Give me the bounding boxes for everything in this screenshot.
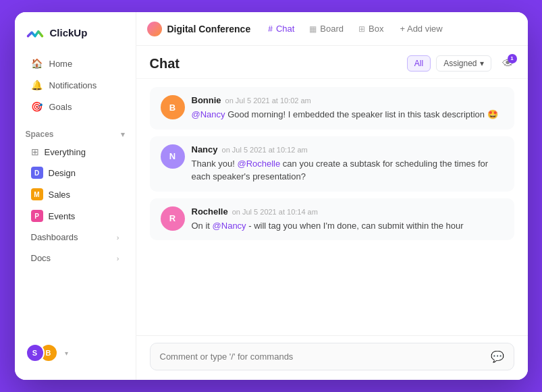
comment-input[interactable] (160, 352, 491, 362)
bell-icon: 🔔 (31, 80, 43, 90)
tab-chat-label: Chat (276, 24, 294, 34)
avatar-s: S (26, 343, 45, 362)
add-view-label: + Add view (400, 24, 442, 34)
topbar: Digital Conference # Chat ▦ Board ⊞ Box … (136, 12, 528, 46)
sidebar-sales-label: Sales (49, 190, 71, 200)
board-icon: ▦ (309, 24, 317, 34)
message-card-2: N Nancy on Jul 5 2021 at 10:12 am Thank … (150, 136, 514, 192)
hash-icon: # (268, 24, 273, 34)
notification-badge: 1 (508, 54, 517, 63)
sidebar-item-notifications-label: Notifications (49, 80, 97, 90)
message-body-3: - will tag you when I'm done, can submit… (248, 221, 463, 231)
message-content-2: Nancy on Jul 5 2021 at 10:12 am Thank yo… (192, 144, 504, 184)
all-filter-button[interactable]: All (407, 55, 431, 72)
docs-label: Docs (31, 253, 51, 263)
message-prefix-3: On it (192, 221, 213, 231)
clickup-logo-icon (26, 23, 45, 42)
messages-area: B Bonnie on Jul 5 2021 at 10:02 am @Nanc… (136, 79, 528, 335)
message-prefix-2: Thank you! (192, 159, 238, 169)
message-header-1: Bonnie on Jul 5 2021 at 10:02 am (192, 95, 504, 105)
design-dot: D (31, 167, 43, 179)
sidebar-item-everything[interactable]: ⊞ Everything (20, 142, 130, 161)
comment-box: 💬 (150, 343, 514, 370)
sidebar-item-sales[interactable]: M Sales (20, 184, 130, 204)
user-chevron-icon: ▾ (65, 349, 68, 357)
message-time-3: on Jul 5 2021 at 10:14 am (232, 208, 318, 216)
sales-dot: M (31, 188, 43, 200)
spaces-chevron-icon: ▾ (121, 130, 125, 139)
user-area[interactable]: S B ▾ (15, 337, 136, 369)
comment-area: 💬 (136, 335, 528, 380)
all-filter-label: All (414, 59, 423, 68)
sidebar-events-label: Events (49, 211, 76, 221)
goals-icon: 🎯 (31, 101, 43, 112)
project-name: Digital Conference (167, 24, 251, 34)
message-time-1: on Jul 5 2021 at 10:02 am (225, 96, 311, 105)
assigned-chevron-icon: ▾ (480, 59, 484, 68)
message-text-2: Thank you! @Rochelle can you create a su… (192, 157, 504, 184)
sidebar-design-label: Design (49, 168, 76, 178)
message-header-3: Rochelle on Jul 5 2021 at 10:14 am (192, 206, 504, 217)
tab-box[interactable]: ⊞ Box (352, 21, 390, 36)
sidebar-item-goals[interactable]: 🎯 Goals (20, 96, 130, 117)
mention-2: @Rochelle (237, 159, 280, 169)
message-text-1: @Nancy Good morning! I embedded the spea… (192, 108, 504, 121)
chat-title: Chat (150, 56, 407, 72)
assigned-filter-button[interactable]: Assigned ▾ (436, 55, 491, 72)
dashboards-chevron-icon: › (117, 233, 119, 242)
sidebar: ClickUp 🏠 Home 🔔 Notifications 🎯 Goals S… (15, 12, 136, 380)
send-icon[interactable]: 💬 (491, 350, 504, 363)
sidebar-everything-label: Everything (45, 147, 86, 157)
spaces-section-title: Spaces ▾ (15, 123, 136, 142)
sidebar-item-design[interactable]: D Design (20, 163, 130, 183)
sidebar-item-events[interactable]: P Events (20, 206, 130, 226)
logo-area: ClickUp (15, 23, 136, 53)
avatar-rochelle: R (161, 206, 185, 231)
sidebar-item-home-label: Home (49, 59, 73, 69)
logo-text: ClickUp (50, 27, 88, 38)
message-header-2: Nancy on Jul 5 2021 at 10:12 am (192, 144, 504, 155)
tab-box-label: Box (369, 24, 383, 34)
tab-board[interactable]: ▦ Board (302, 21, 350, 36)
message-author-1: Bonnie (192, 95, 221, 105)
home-icon: 🏠 (31, 58, 43, 69)
sidebar-item-docs[interactable]: Docs › (20, 248, 130, 268)
message-card-3: R Rochelle on Jul 5 2021 at 10:14 am On … (150, 198, 514, 241)
add-view-button[interactable]: + Add view (394, 21, 448, 36)
filter-area: All Assigned ▾ 👁 1 (407, 55, 514, 72)
message-author-3: Rochelle (192, 206, 228, 217)
sidebar-item-dashboards[interactable]: Dashboards › (20, 227, 130, 247)
project-icon (147, 22, 162, 36)
assigned-filter-label: Assigned (443, 59, 477, 68)
box-icon: ⊞ (358, 24, 365, 34)
avatar-bonnie: B (161, 95, 185, 119)
message-time-2: on Jul 5 2021 at 10:12 am (222, 146, 308, 154)
chat-header: Chat All Assigned ▾ 👁 1 (136, 46, 528, 79)
events-dot: P (31, 210, 43, 222)
avatar-stack: S B (26, 343, 58, 362)
main-content: Digital Conference # Chat ▦ Board ⊞ Box … (136, 12, 528, 380)
sidebar-item-home[interactable]: 🏠 Home (20, 53, 130, 74)
dashboards-label: Dashboards (31, 232, 78, 242)
mention-1: @Nancy (192, 109, 225, 119)
message-author-2: Nancy (192, 144, 218, 155)
grid-icon: ⊞ (31, 146, 39, 157)
sidebar-item-notifications[interactable]: 🔔 Notifications (20, 75, 130, 95)
sidebar-item-goals-label: Goals (49, 102, 72, 112)
tab-chat[interactable]: # Chat (261, 21, 301, 36)
message-content-1: Bonnie on Jul 5 2021 at 10:02 am @Nancy … (192, 95, 504, 121)
message-body-1: Good morning! I embedded the speaker lis… (227, 109, 497, 119)
notification-button[interactable]: 👁 1 (502, 57, 514, 71)
message-card: B Bonnie on Jul 5 2021 at 10:02 am @Nanc… (150, 87, 514, 130)
docs-chevron-icon: › (117, 254, 119, 262)
message-text-3: On it @Nancy - will tag you when I'm don… (192, 219, 504, 233)
mention-3: @Nancy (213, 221, 246, 231)
app-container: ClickUp 🏠 Home 🔔 Notifications 🎯 Goals S… (15, 12, 528, 380)
tab-board-label: Board (320, 24, 344, 34)
message-content-3: Rochelle on Jul 5 2021 at 10:14 am On it… (192, 206, 504, 233)
avatar-nancy: N (161, 144, 185, 169)
